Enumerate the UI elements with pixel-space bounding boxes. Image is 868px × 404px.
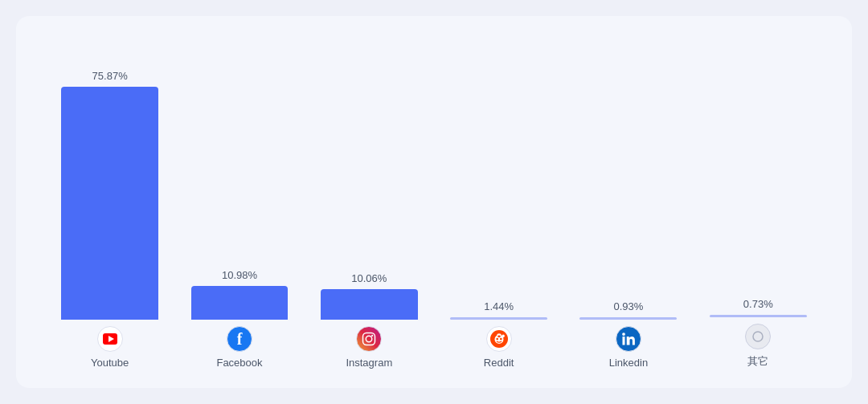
bar-group-youtube: 75.87%Youtube (45, 58, 174, 369)
svg-point-13 (622, 333, 625, 336)
bar-wrapper-5 (694, 315, 823, 317)
bar-line-4 (579, 317, 677, 320)
bar-line-5 (710, 315, 807, 317)
bar-group-linkedin: 0.93%Linkedin (563, 58, 693, 369)
svg-point-3 (366, 336, 373, 342)
svg-point-14 (753, 332, 763, 341)
bar-rect-1 (191, 286, 289, 320)
icon-row-1: fFacebook (216, 326, 262, 369)
bars-container: 75.87%Youtube10.98%fFacebook10.06%Instag… (45, 58, 823, 369)
bar-line-3 (450, 317, 547, 320)
svg-point-10 (497, 335, 501, 337)
bar-value-1: 10.98% (222, 269, 257, 281)
icon-row-0: Youtube (91, 326, 129, 369)
bar-value-2: 10.06% (351, 272, 387, 284)
bar-icon-3 (486, 326, 512, 352)
bar-group-reddit: 1.44%Reddit (434, 58, 563, 369)
bar-wrapper-0 (45, 87, 174, 320)
bar-label-5: 其它 (747, 354, 768, 369)
bar-label-4: Linkedin (609, 357, 648, 369)
svg-point-4 (371, 335, 373, 337)
bar-group-facebook: 10.98%fFacebook (174, 58, 304, 369)
icon-row-5: 其它 (745, 324, 771, 369)
bar-label-1: Facebook (216, 357, 262, 369)
chart-area: 75.87%Youtube10.98%fFacebook10.06%Instag… (45, 58, 823, 369)
bar-wrapper-4 (563, 317, 693, 320)
svg-point-8 (500, 338, 502, 341)
bar-rect-0 (61, 87, 158, 320)
bar-label-3: Reddit (484, 357, 514, 369)
bar-value-0: 75.87% (92, 70, 128, 82)
bar-icon-0 (97, 326, 123, 352)
bar-value-4: 0.93% (614, 300, 644, 312)
bar-group-instagram: 10.06%Instagram (305, 58, 434, 369)
bar-value-5: 0.73% (743, 298, 773, 310)
bar-wrapper-1 (174, 286, 304, 320)
bar-icon-1: f (227, 326, 252, 352)
icon-row-2: Instagram (346, 326, 392, 369)
bar-icon-5 (745, 324, 771, 349)
svg-point-11 (502, 335, 505, 338)
icon-row-4: Linkedin (609, 326, 648, 369)
bar-icon-4 (616, 326, 641, 352)
chart-card: 75.87%Youtube10.98%fFacebook10.06%Instag… (16, 16, 852, 388)
bar-group-其它: 0.73%其它 (694, 58, 823, 369)
icon-row-3: Reddit (484, 326, 514, 369)
bar-label-2: Instagram (346, 357, 392, 369)
bar-icon-2 (356, 326, 382, 352)
bar-wrapper-3 (434, 317, 563, 320)
bar-label-0: Youtube (91, 357, 129, 369)
svg-rect-12 (622, 337, 624, 345)
bar-wrapper-2 (305, 289, 434, 320)
bar-value-3: 1.44% (484, 300, 514, 312)
svg-point-7 (496, 338, 498, 341)
svg-rect-2 (363, 333, 375, 345)
bar-rect-2 (321, 289, 418, 320)
